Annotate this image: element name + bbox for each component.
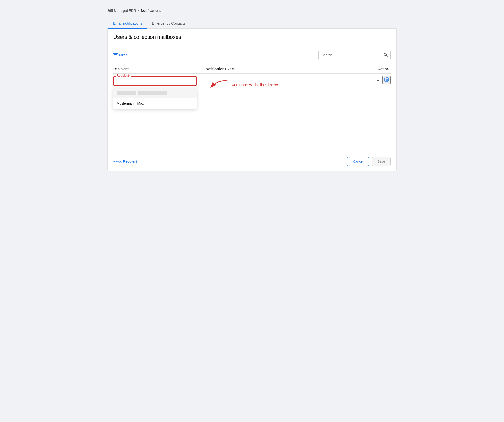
toolbar: Filter bbox=[113, 51, 391, 60]
card-footer: + Add Recipient Cancel Save bbox=[108, 152, 396, 171]
svg-line-4 bbox=[386, 55, 388, 57]
col-header-recipient: Recipient bbox=[113, 67, 206, 71]
add-recipient-button[interactable]: + Add Recipient bbox=[113, 160, 137, 163]
card-header: Users & collection mailboxes bbox=[108, 29, 396, 45]
search-box[interactable] bbox=[318, 51, 391, 60]
annotation-text: ALL users will be listed here! bbox=[231, 83, 278, 87]
footer-actions: Cancel Save bbox=[347, 157, 391, 166]
add-recipient-label: + Add Recipient bbox=[113, 160, 137, 163]
annotation-arrow bbox=[208, 79, 230, 91]
page-wrapper: 365 Managed EDR › Notifications Email no… bbox=[107, 5, 397, 171]
breadcrumb-current: Notifications bbox=[141, 9, 161, 13]
annotation-container: ALL users will be listed here! bbox=[208, 79, 278, 91]
breadcrumb: 365 Managed EDR › Notifications bbox=[107, 5, 397, 18]
recipient-input[interactable] bbox=[113, 76, 197, 86]
card-title: Users & collection mailboxes bbox=[113, 34, 391, 40]
col-header-action: Action bbox=[344, 67, 391, 71]
filter-icon bbox=[113, 53, 118, 57]
delete-button[interactable] bbox=[382, 76, 391, 84]
recipient-dropdown-popup: Mustermann, Max bbox=[113, 88, 197, 109]
cancel-button[interactable]: Cancel bbox=[347, 157, 369, 166]
chevron-down-icon[interactable] bbox=[376, 77, 381, 83]
table-row: Recipient* Mustermann, Max bbox=[113, 74, 391, 88]
tabs-bar: Email notifications Emergency Contacts bbox=[107, 18, 397, 29]
main-card: Users & collection mailboxes Filter bbox=[107, 29, 397, 171]
skeleton-block-2 bbox=[138, 91, 167, 95]
recipient-input-wrapper: Recipient* bbox=[113, 76, 206, 86]
skeleton-block-1 bbox=[117, 91, 136, 95]
filter-button[interactable]: Filter bbox=[113, 52, 127, 58]
tab-emergency-contacts[interactable]: Emergency Contacts bbox=[147, 18, 190, 29]
table-header: Recipient Notification Event Action bbox=[113, 65, 391, 74]
recipient-dropdown-wrapper: Recipient* Mustermann, Max bbox=[113, 76, 206, 86]
tab-email-notifications[interactable]: Email notifications bbox=[108, 18, 147, 29]
breadcrumb-separator: › bbox=[138, 9, 139, 12]
search-icon bbox=[384, 53, 388, 58]
save-button[interactable]: Save bbox=[372, 157, 391, 166]
card-body: Filter Recipient Notification Event Ac bbox=[108, 45, 396, 142]
annotation-bold: ALL bbox=[231, 83, 238, 87]
search-input[interactable] bbox=[321, 53, 384, 57]
dropdown-skeleton bbox=[113, 88, 197, 98]
action-cell bbox=[344, 76, 391, 84]
col-header-notification-event: Notification Event bbox=[206, 67, 344, 71]
filter-label: Filter bbox=[119, 53, 127, 57]
recipient-field-label: Recipient* bbox=[116, 74, 131, 77]
breadcrumb-parent: 365 Managed EDR bbox=[107, 9, 136, 13]
dropdown-item-mustermann[interactable]: Mustermann, Max bbox=[113, 98, 197, 109]
